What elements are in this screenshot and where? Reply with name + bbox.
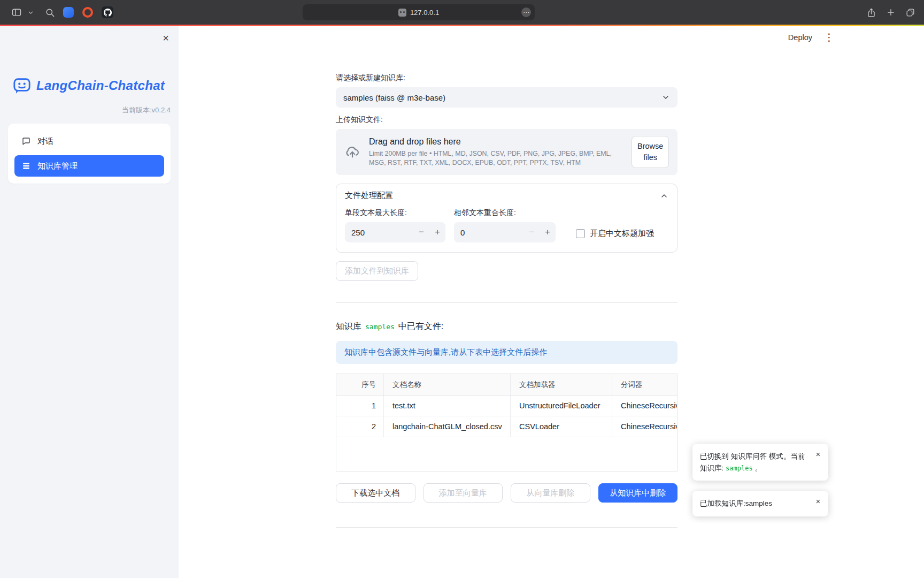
info-alert: 知识库中包含源文件与向量库,请从下表中选择文件后操作 xyxy=(336,341,677,364)
logo-text: LangChain-Chatchat xyxy=(36,78,165,93)
table-cell[interactable]: CSVLoader xyxy=(510,416,612,437)
chunk-size-value[interactable]: 250 xyxy=(345,228,413,237)
kebab-menu-icon[interactable]: ⋮ xyxy=(824,32,834,42)
overlap-label: 相邻文本重合长度: xyxy=(454,208,556,218)
chunk-size-input[interactable]: 250 − + xyxy=(345,222,445,242)
chunk-size-label: 单段文本最大长度: xyxy=(345,208,445,218)
sidebar: × LangChain-Chatchat 当前版本:v0.2.4 对话 xyxy=(0,26,179,578)
add-to-kb-button[interactable]: 添加文件到知识库 xyxy=(336,261,418,281)
kb-select-label: 请选择或新建知识库: xyxy=(336,73,677,83)
expander-header[interactable]: 文件处理配置 xyxy=(336,184,677,206)
page-menu-icon[interactable]: ⋯ xyxy=(521,7,531,17)
search-icon[interactable] xyxy=(41,4,59,20)
checkbox-icon xyxy=(576,229,585,238)
divider xyxy=(336,302,677,303)
overlap-input[interactable]: 0 − + xyxy=(454,222,556,242)
toast-kb-loaded: 已加载知识库:samples × xyxy=(692,491,828,516)
file-dropzone[interactable]: Drag and drop files here Limit 200MB per… xyxy=(336,129,677,175)
table-cell[interactable]: UnstructuredFileLoader xyxy=(510,396,612,416)
kb-files-heading: 知识库 samples 中已有文件: xyxy=(336,321,677,332)
chevron-up-icon xyxy=(660,192,668,200)
toast-kb-code: samples xyxy=(726,465,753,472)
nav-menu: 对话 知识库管理 xyxy=(8,124,171,184)
heading-suffix: 中已有文件: xyxy=(398,321,443,332)
delete-from-vectorstore-button[interactable]: 从向量库删除 xyxy=(511,483,590,503)
kb-name-code: samples xyxy=(365,323,395,331)
streamlit-decoration-bar xyxy=(0,25,924,26)
overlap-plus-button[interactable]: + xyxy=(540,227,556,238)
overlap-minus-button[interactable]: − xyxy=(523,227,540,238)
table-empty-area xyxy=(336,437,677,471)
kb-selectbox[interactable]: samples (faiss @ m3e-base) xyxy=(336,87,677,108)
chunk-minus-button[interactable]: − xyxy=(413,227,429,238)
divider xyxy=(336,527,677,528)
pinned-tab-blue-icon[interactable] xyxy=(63,7,74,18)
table-header-row: 序号 文档名称 文档加载器 分词器 xyxy=(336,374,677,396)
delete-from-kb-button[interactable]: 从知识库中删除 xyxy=(598,483,678,503)
column-header[interactable]: 分词器 xyxy=(612,374,677,395)
overlap-value[interactable]: 0 xyxy=(454,228,523,237)
table-actions: 下载选中文档 添加至向量库 从向量库删除 从知识库中删除 xyxy=(336,483,677,503)
file-config-expander: 文件处理配置 单段文本最大长度: 250 − + xyxy=(336,184,677,253)
chunk-plus-button[interactable]: + xyxy=(429,227,445,238)
kb-selected-value: samples (faiss @ m3e-base) xyxy=(343,93,445,102)
nav-item-dialogue[interactable]: 对话 xyxy=(14,131,164,152)
site-favicon-icon xyxy=(398,9,406,17)
table-cell[interactable]: 1 xyxy=(336,396,383,416)
github-pinned-tab-icon[interactable] xyxy=(102,6,113,18)
download-selected-button[interactable]: 下载选中文档 xyxy=(336,483,415,503)
expander-title: 文件处理配置 xyxy=(345,191,393,201)
share-icon[interactable] xyxy=(866,7,876,18)
sidebar-close-icon[interactable]: × xyxy=(159,32,172,44)
toast-mode-switched: 已切换到 知识库问答 模式。当前知识库: samples 。 × xyxy=(692,444,828,481)
toast-text: 已加载知识库:samples xyxy=(700,499,772,507)
add-to-vectorstore-button[interactable]: 添加至向量库 xyxy=(424,483,503,503)
version-text: 当前版本:v0.2.4 xyxy=(0,105,179,115)
chevron-down-icon[interactable] xyxy=(26,4,35,20)
toast-close-icon[interactable]: × xyxy=(813,497,823,506)
nav-item-kb-management[interactable]: 知识库管理 xyxy=(14,155,164,177)
table-cell[interactable]: test.txt xyxy=(383,396,510,416)
new-tab-icon[interactable] xyxy=(886,7,896,17)
column-header[interactable]: 文档名称 xyxy=(383,374,510,395)
dropzone-title: Drag and drop files here xyxy=(369,137,623,147)
toast-close-icon[interactable]: × xyxy=(813,450,823,459)
browse-files-button[interactable]: Browse files xyxy=(632,136,669,168)
nav-item-label: 知识库管理 xyxy=(37,161,78,171)
dropzone-limit-text: Limit 200MB per file • HTML, MD, JSON, C… xyxy=(369,149,623,167)
files-table: 序号 文档名称 文档加载器 分词器 1 test.txt Unstructure… xyxy=(336,374,677,471)
logo-icon xyxy=(13,77,31,95)
knowledge-base-icon xyxy=(21,161,31,171)
upload-cloud-icon xyxy=(344,144,360,160)
browser-toolbar: 127.0.0.1 ⋯ xyxy=(0,0,924,25)
pinned-tab-orange-icon[interactable] xyxy=(82,7,93,18)
toast-text: 。 xyxy=(754,464,762,472)
table-cell[interactable]: ChineseRecursiveT xyxy=(612,416,677,437)
table-row: 2 langchain-ChatGLM_closed.csv CSVLoader… xyxy=(336,416,677,437)
table-cell[interactable]: 2 xyxy=(336,416,383,437)
heading-prefix: 知识库 xyxy=(336,321,361,332)
column-header[interactable]: 文档加载器 xyxy=(510,374,612,395)
table-cell[interactable]: langchain-ChatGLM_closed.csv xyxy=(383,416,510,437)
table-cell[interactable]: ChineseRecursiveT xyxy=(612,396,677,416)
column-header[interactable]: 序号 xyxy=(336,374,383,395)
chevron-down-icon xyxy=(661,93,670,102)
app-logo: LangChain-Chatchat xyxy=(13,77,179,95)
chat-icon xyxy=(21,136,31,146)
toast-text: 已切换到 知识库问答 模式。当前知识库: xyxy=(700,452,805,472)
sidebar-toggle-icon[interactable] xyxy=(7,4,26,20)
tab-overview-icon[interactable] xyxy=(905,7,915,18)
checkbox-label: 开启中文标题加强 xyxy=(590,229,654,239)
zh-title-checkbox[interactable]: 开启中文标题加强 xyxy=(576,229,654,239)
url-text: 127.0.0.1 xyxy=(410,9,439,17)
url-bar[interactable]: 127.0.0.1 ⋯ xyxy=(303,4,535,20)
table-row: 1 test.txt UnstructuredFileLoader Chines… xyxy=(336,396,677,416)
nav-item-label: 对话 xyxy=(37,136,53,147)
deploy-button[interactable]: Deploy xyxy=(788,33,812,42)
upload-label: 上传知识文件: xyxy=(336,115,677,125)
